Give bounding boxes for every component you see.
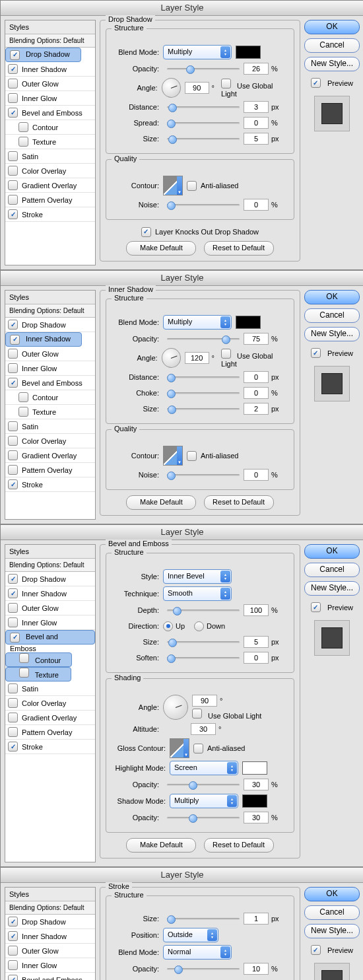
ok-button[interactable]: OK	[304, 20, 360, 34]
make-default-button[interactable]: Make Default	[126, 241, 196, 256]
ok-button[interactable]: OK	[304, 544, 360, 559]
value-input[interactable]: 0	[244, 387, 269, 399]
checkbox-icon[interactable]	[10, 335, 20, 345]
angle-wheel[interactable]	[162, 348, 181, 368]
style-item-color-overlay[interactable]: Color Overlay	[5, 696, 95, 711]
checkbox-icon[interactable]	[8, 166, 18, 176]
checkbox-icon[interactable]	[8, 683, 18, 693]
style-item-texture[interactable]: Texture	[5, 667, 71, 682]
ok-button[interactable]: OK	[304, 290, 360, 304]
contour-picker[interactable]	[163, 176, 183, 195]
checkbox-icon[interactable]	[8, 617, 18, 627]
slider[interactable]	[167, 64, 240, 73]
style-item-drop-shadow[interactable]: Drop Shadow	[5, 915, 95, 929]
global-light-checkbox[interactable]	[192, 709, 202, 718]
slider[interactable]	[167, 964, 240, 973]
dropdown[interactable]: Normal▴▾	[163, 945, 232, 960]
style-item-outer-glow[interactable]: Outer Glow	[5, 77, 95, 91]
blending-options[interactable]: Blending Options: Default	[5, 304, 95, 318]
slider[interactable]	[167, 118, 240, 127]
checkbox-icon[interactable]	[8, 742, 18, 752]
style-item-texture[interactable]: Texture	[5, 405, 95, 419]
blending-options[interactable]: Blending Options: Default	[5, 901, 95, 915]
value-input[interactable]: 3	[244, 101, 269, 113]
style-item-inner-shadow[interactable]: Inner Shadow	[5, 62, 95, 77]
knockout-checkbox[interactable]	[141, 227, 151, 237]
style-item-inner-glow[interactable]: Inner Glow	[5, 361, 95, 376]
checkbox-icon[interactable]	[8, 975, 18, 980]
value-input[interactable]: 0	[244, 117, 269, 129]
value-input[interactable]: 0	[244, 652, 269, 664]
highlight-color-swatch[interactable]	[242, 761, 267, 775]
checkbox-icon[interactable]	[18, 122, 28, 132]
style-item-inner-glow[interactable]: Inner Glow	[5, 91, 95, 106]
style-item-bevel-and-emboss[interactable]: Bevel and Emboss	[5, 973, 95, 980]
cancel-button[interactable]: Cancel	[304, 308, 360, 323]
slider[interactable]	[167, 102, 240, 112]
style-item-color-overlay[interactable]: Color Overlay	[5, 434, 95, 448]
slider[interactable]	[167, 914, 240, 923]
contour-picker[interactable]	[163, 446, 183, 466]
checkbox-icon[interactable]	[8, 363, 18, 373]
slider[interactable]	[167, 388, 240, 398]
value-input[interactable]: 0	[244, 469, 269, 481]
checkbox-icon[interactable]	[19, 653, 29, 663]
slider[interactable]	[167, 334, 240, 343]
checkbox-icon[interactable]	[18, 407, 28, 417]
reset-default-button[interactable]: Reset to Default	[204, 495, 274, 510]
checkbox-icon[interactable]	[8, 727, 18, 737]
direction-up-radio[interactable]	[163, 621, 173, 631]
value-input[interactable]: 10	[244, 963, 269, 975]
value-input[interactable]: 0	[244, 371, 269, 383]
dropdown[interactable]: Screen▴▾	[170, 761, 238, 775]
style-item-bevel-and-emboss[interactable]: Bevel and Emboss	[5, 630, 95, 645]
style-item-inner-shadow[interactable]: Inner Shadow	[5, 929, 95, 944]
reset-default-button[interactable]: Reset to Default	[204, 838, 274, 853]
altitude-input[interactable]: 30	[191, 723, 216, 735]
style-item-pattern-overlay[interactable]: Pattern Overlay	[5, 725, 95, 740]
style-item-satin[interactable]: Satin	[5, 682, 95, 696]
style-item-drop-shadow[interactable]: Drop Shadow	[5, 318, 95, 332]
color-swatch[interactable]	[236, 46, 261, 59]
checkbox-icon[interactable]	[8, 450, 18, 460]
dropdown[interactable]: Inner Bevel▴▾	[163, 569, 232, 584]
blending-options[interactable]: Blending Options: Default	[5, 559, 95, 572]
make-default-button[interactable]: Make Default	[126, 495, 196, 510]
checkbox-icon[interactable]	[8, 349, 18, 359]
style-item-bevel-and-emboss[interactable]: Bevel and Emboss	[5, 106, 95, 120]
value-input[interactable]: 26	[244, 63, 269, 75]
cancel-button[interactable]: Cancel	[304, 905, 360, 920]
style-item-inner-glow[interactable]: Inner Glow	[5, 615, 95, 630]
value-input[interactable]: 100	[244, 604, 269, 616]
make-default-button[interactable]: Make Default	[126, 838, 196, 853]
style-item-gradient-overlay[interactable]: Gradient Overlay	[5, 178, 95, 193]
checkbox-icon[interactable]	[8, 195, 18, 205]
checkbox-icon[interactable]	[8, 151, 18, 161]
checkbox-icon[interactable]	[8, 960, 18, 970]
preview-checkbox[interactable]	[311, 348, 321, 358]
angle-wheel[interactable]	[163, 695, 188, 720]
slider[interactable]	[167, 134, 240, 143]
color-swatch[interactable]	[236, 316, 261, 329]
style-item-outer-glow[interactable]: Outer Glow	[5, 944, 95, 958]
preview-checkbox[interactable]	[311, 602, 321, 612]
slider[interactable]	[167, 780, 240, 789]
cancel-button[interactable]: Cancel	[304, 563, 360, 577]
anti-aliased-checkbox[interactable]	[187, 181, 197, 191]
gloss-contour-picker[interactable]	[170, 738, 189, 758]
angle-input[interactable]: 120	[185, 352, 209, 364]
style-item-contour[interactable]: Contour	[5, 120, 95, 135]
blending-options[interactable]: Blending Options: Default	[5, 34, 95, 48]
preview-checkbox[interactable]	[311, 78, 321, 88]
style-item-pattern-overlay[interactable]: Pattern Overlay	[5, 193, 95, 207]
dropdown[interactable]: Multiply▴▾	[163, 45, 232, 59]
dropdown[interactable]: Multiply▴▾	[163, 315, 232, 330]
style-item-gradient-overlay[interactable]: Gradient Overlay	[5, 448, 95, 463]
slider[interactable]	[167, 606, 240, 615]
new-style-button[interactable]: New Style...	[304, 327, 360, 341]
new-style-button[interactable]: New Style...	[304, 581, 360, 596]
checkbox-icon[interactable]	[8, 465, 18, 475]
checkbox-icon[interactable]	[8, 64, 18, 74]
style-item-inner-glow[interactable]: Inner Glow	[5, 958, 95, 973]
reset-default-button[interactable]: Reset to Default	[204, 241, 274, 256]
